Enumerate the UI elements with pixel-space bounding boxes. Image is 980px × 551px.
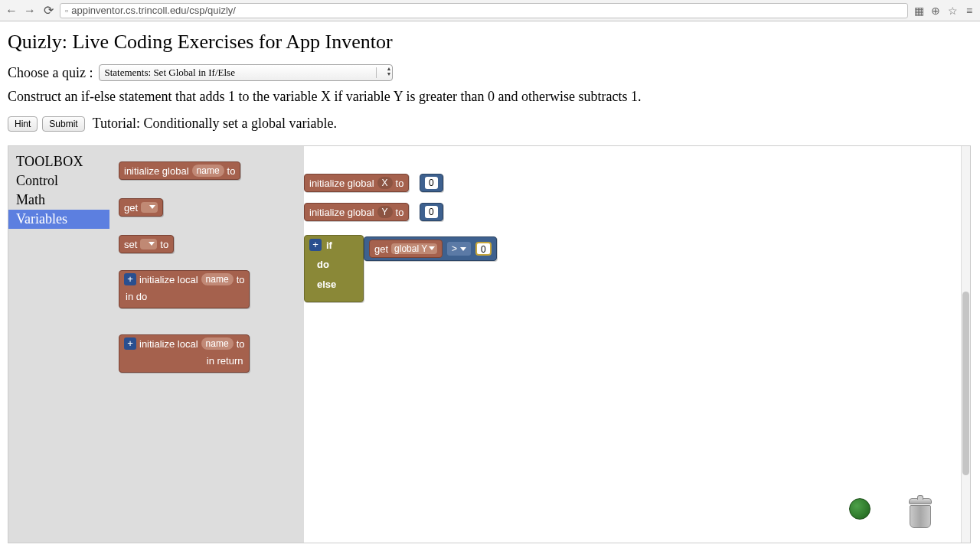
label: to <box>227 165 236 177</box>
label: set <box>124 239 137 250</box>
reload-icon[interactable]: ⟳ <box>41 4 55 18</box>
label: initialize global <box>309 178 374 189</box>
block-number-x[interactable]: 0 <box>420 174 443 192</box>
if-label: if <box>326 240 332 251</box>
mutator-plus-icon[interactable]: + <box>309 239 322 251</box>
block-get-global-y[interactable]: get global Y <box>369 240 443 258</box>
block-if-else[interactable]: + if do else <box>304 235 364 302</box>
toolbox-title: TOOLBOX <box>8 152 109 171</box>
scrollbar-thumb[interactable] <box>962 292 969 475</box>
label: to <box>396 178 404 189</box>
block-get[interactable]: get <box>119 198 163 217</box>
forward-icon[interactable]: → <box>23 4 37 18</box>
chrome-right-icons: ▦ ⊕ ☆ ≡ <box>913 5 975 17</box>
back-icon[interactable]: ← <box>5 4 18 18</box>
submit-button[interactable]: Submit <box>42 116 84 132</box>
backpack-icon[interactable] <box>849 498 871 520</box>
label: initialize global <box>309 207 374 218</box>
vertical-scrollbar[interactable] <box>961 146 970 543</box>
workspace-canvas[interactable]: initialize global X to 0 initialize glob… <box>304 146 970 543</box>
mutator-plus-icon[interactable]: + <box>124 337 136 350</box>
url-text: appinventor.cs.trincoll.edu/csp/quizly/ <box>71 5 236 16</box>
page-body: Quizly: Live Coding Exercises for App In… <box>0 21 980 548</box>
name-tag: name <box>192 165 224 177</box>
block-number-y[interactable]: 0 <box>420 203 443 221</box>
extension-icon[interactable]: ▦ <box>913 5 925 17</box>
category-control[interactable]: Control <box>8 171 109 191</box>
block-init-global[interactable]: initialize global name to <box>119 161 240 180</box>
dropdown-icon[interactable] <box>141 202 158 213</box>
var-dropdown[interactable]: global Y <box>391 243 437 254</box>
number-value[interactable]: 0 <box>425 177 438 189</box>
menu-icon[interactable]: ≡ <box>963 5 975 17</box>
url-bar[interactable]: ▫ appinventor.cs.trincoll.edu/csp/quizly… <box>60 3 908 18</box>
name-tag: name <box>201 337 234 350</box>
dropdown-icon[interactable] <box>140 239 157 249</box>
label: initialize local <box>139 274 198 285</box>
compare-rhs[interactable]: 0 <box>475 242 492 256</box>
star-icon[interactable]: ☆ <box>946 5 959 17</box>
else-label: else <box>317 279 336 290</box>
label: initialize local <box>139 338 198 350</box>
label: to <box>396 207 404 218</box>
select-arrows-icon: ▲▼ <box>387 67 392 77</box>
category-math[interactable]: Math <box>8 191 109 210</box>
label: get <box>124 202 138 214</box>
toolbox-sidebar: TOOLBOX Control Math Variables <box>8 146 109 543</box>
browser-chrome: ← → ⟳ ▫ appinventor.cs.trincoll.edu/csp/… <box>0 0 980 21</box>
label: get <box>374 243 388 255</box>
do-label: do <box>317 259 329 270</box>
choose-quiz-label: Choose a quiz : <box>8 65 93 81</box>
zoom-icon[interactable]: ⊕ <box>929 5 942 17</box>
block-set[interactable]: set to <box>119 235 174 253</box>
block-init-local-do[interactable]: + initialize local name to in do <box>119 270 250 308</box>
label: in return <box>207 355 243 367</box>
block-compare[interactable]: get global Y > 0 <box>364 236 497 261</box>
var-tag-x: X <box>377 177 393 189</box>
quiz-select[interactable]: Statements: Set Global in If/Else ▲▼ <box>99 64 393 81</box>
tutorial-text: Tutorial: Conditionally set a global var… <box>93 116 337 132</box>
quiz-instruction: Construct an if-else statement that adds… <box>8 89 972 105</box>
block-init-global-y[interactable]: initialize global Y to <box>304 203 409 221</box>
label: in do <box>126 291 147 302</box>
number-value[interactable]: 0 <box>425 206 438 218</box>
label: to <box>237 338 245 350</box>
choose-quiz-row: Choose a quiz : Statements: Set Global i… <box>8 64 972 81</box>
label: initialize global <box>124 165 189 177</box>
trash-icon[interactable] <box>907 498 933 529</box>
operator-dropdown[interactable]: > <box>447 242 471 256</box>
block-init-local-return[interactable]: + initialize local name to in return <box>119 334 250 373</box>
block-init-global-x[interactable]: initialize global X to <box>304 174 409 192</box>
hint-button[interactable]: Hint <box>8 116 38 132</box>
var-tag-y: Y <box>377 206 393 218</box>
name-tag: name <box>201 273 234 285</box>
page-icon: ▫ <box>65 5 68 16</box>
toolbox-flyout: initialize global name to get set to <box>109 146 304 543</box>
mutator-plus-icon[interactable]: + <box>124 273 136 285</box>
quiz-select-value: Statements: Set Global in If/Else <box>104 67 234 79</box>
label: to <box>237 274 245 285</box>
blockly-workspace: TOOLBOX Control Math Variables initializ… <box>8 145 971 543</box>
category-variables[interactable]: Variables <box>8 210 109 229</box>
label: to <box>160 239 168 250</box>
button-row: Hint Submit Tutorial: Conditionally set … <box>8 116 972 132</box>
page-title: Quizly: Live Coding Exercises for App In… <box>8 31 972 54</box>
